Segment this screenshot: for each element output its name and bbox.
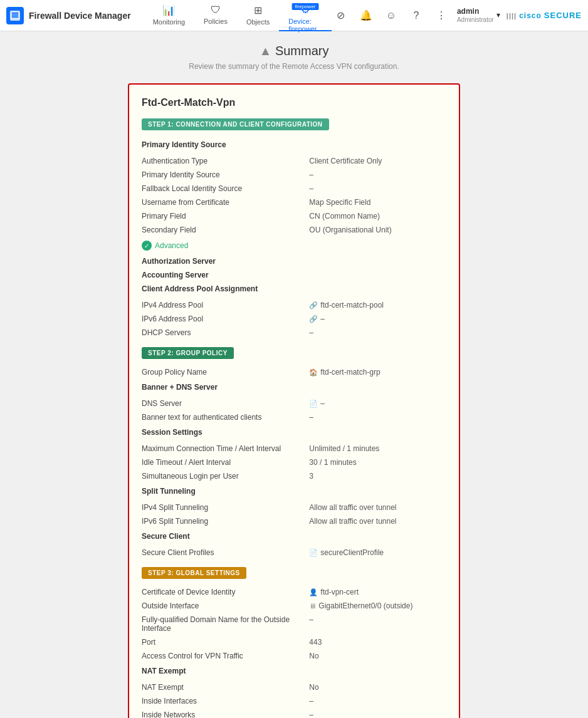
- access-ctrl-label: Access Control for VPN Traffic: [142, 652, 300, 660]
- app-logo: Firewall Device Manager: [6, 7, 131, 24]
- auth-type-value: Client Certificate Only: [309, 157, 446, 165]
- ipv6-split-value: Allow all traffic over tunnel: [309, 517, 446, 526]
- fqdn-value: –: [309, 615, 446, 624]
- auth-server-label: Authorization Server: [142, 257, 446, 266]
- secure-client-label: Secure Client: [142, 532, 446, 541]
- client-pool-label: Client Address Pool Assignment: [142, 284, 446, 293]
- page-title: ▲ Summary: [13, 44, 575, 58]
- dns-server-value: 📄 –: [309, 399, 446, 408]
- table-row: Access Control for VPN Traffic No: [142, 649, 446, 663]
- user-menu[interactable]: admin Administrator ▾: [457, 7, 500, 23]
- table-row: Primary Identity Source –: [142, 168, 446, 182]
- table-row: Authentication Type Client Certificate O…: [142, 154, 446, 168]
- ipv6-pool-value: 🔗 –: [309, 315, 446, 323]
- help-icon[interactable]: ?: [407, 6, 426, 25]
- cert-device-value: 👤 ftd-vpn-cert: [309, 588, 446, 596]
- svg-rect-2: [12, 13, 18, 14]
- home-icon: 🏠: [309, 368, 318, 377]
- user-circle-icon[interactable]: ☺: [382, 6, 401, 25]
- advanced-toggle[interactable]: ✓ Advanced: [142, 241, 446, 251]
- secure-profiles-label: Secure Client Profiles: [142, 548, 300, 557]
- table-row: Simultaneous Login per User 3: [142, 469, 446, 483]
- more-icon[interactable]: ⋮: [432, 6, 451, 25]
- port-label: Port: [142, 638, 300, 647]
- simul-login-label: Simultaneous Login per User: [142, 472, 300, 481]
- group-policy-value: 🏠 ftd-cert-match-grp: [309, 368, 446, 377]
- nav-right: ⊘ 🔔 ☺ ? ⋮ admin Administrator ▾ |||| cis…: [332, 6, 582, 25]
- access-ctrl-value: No: [309, 652, 446, 660]
- port-value: 443: [309, 638, 446, 647]
- nav-objects-label: Objects: [246, 18, 270, 26]
- dhcp-label: DHCP Servers: [142, 328, 300, 337]
- summary-card: Ftd-Cert-Match-Vpn STEP 1: CONNECTION AN…: [128, 83, 460, 718]
- user-role: Administrator: [457, 16, 494, 24]
- fqdn-label: Fully-qualified Domain Name for the Outs…: [142, 615, 300, 633]
- inside-ifaces-value: –: [309, 697, 446, 705]
- notification-icon[interactable]: 🔔: [357, 6, 375, 25]
- nav-monitoring-label: Monitoring: [153, 18, 185, 26]
- svg-rect-3: [12, 16, 18, 18]
- primary-id-label: Primary Identity Source: [142, 170, 300, 179]
- table-row: Secure Client Profiles 📄 secureClientPro…: [142, 546, 446, 559]
- outside-iface-value: 🖥 GigabitEthernet0/0 (outside): [309, 601, 446, 610]
- outside-iface-label: Outside Interface: [142, 601, 300, 610]
- inside-networks-label: Inside Networks: [142, 710, 300, 718]
- user-dropdown-icon: ▾: [496, 11, 500, 19]
- dhcp-value: –: [309, 328, 446, 337]
- idle-timeout-value: 30 / 1 minutes: [309, 458, 446, 467]
- table-row: IPv4 Address Pool 🔗 ftd-cert-match-pool: [142, 298, 446, 312]
- top-navigation: Firewall Device Manager 📊 Monitoring 🛡 P…: [0, 0, 588, 31]
- dns-server-label: DNS Server: [142, 399, 300, 408]
- link2-icon: 🔗: [309, 315, 318, 323]
- session-settings-label: Session Settings: [142, 428, 446, 437]
- group-policy-label: Group Policy Name: [142, 368, 300, 377]
- logo-icon: [6, 7, 24, 24]
- user-name: admin: [457, 7, 494, 16]
- terminal-icon[interactable]: ⊘: [332, 6, 350, 25]
- objects-icon: ⊞: [254, 4, 262, 16]
- inside-ifaces-label: Inside Interfaces: [142, 697, 300, 705]
- table-row: Fully-qualified Domain Name for the Outs…: [142, 613, 446, 635]
- fallback-label: Fallback Local Identity Source: [142, 184, 300, 193]
- table-row: Outside Interface 🖥 GigabitEthernet0/0 (…: [142, 599, 446, 613]
- ipv4-pool-label: IPv4 Address Pool: [142, 301, 300, 310]
- page-content: ▲ Summary Review the summary of the Remo…: [0, 31, 588, 718]
- nav-monitoring[interactable]: 📊 Monitoring: [144, 0, 194, 31]
- person-icon: 👤: [309, 588, 318, 596]
- nav-device[interactable]: firepower ⚙ Device: firepower: [279, 0, 332, 31]
- advanced-check-icon: ✓: [142, 241, 152, 251]
- cisco-brand: cisco: [519, 11, 542, 20]
- split-tunneling-label: Split Tunneling: [142, 487, 446, 496]
- doc2-icon: 📄: [309, 549, 318, 557]
- secondary-field-label: Secondary Field: [142, 226, 300, 234]
- ipv6-pool-label: IPv6 Address Pool: [142, 315, 300, 323]
- ipv6-split-label: IPv6 Split Tunneling: [142, 517, 300, 526]
- nav-items: 📊 Monitoring 🛡 Policies ⊞ Objects firepo…: [144, 0, 332, 31]
- nav-objects[interactable]: ⊞ Objects: [237, 0, 279, 31]
- table-row: Inside Interfaces –: [142, 694, 446, 708]
- cisco-secure: SECURE: [544, 11, 582, 20]
- table-row: DHCP Servers –: [142, 326, 446, 340]
- ipv4-split-label: IPv4 Split Tunneling: [142, 503, 300, 512]
- step3-banner: STEP 3: GLOBAL SETTINGS: [142, 567, 246, 579]
- card-title: Ftd-Cert-Match-Vpn: [142, 97, 446, 108]
- step1-section-label: Primary Identity Source: [142, 140, 446, 149]
- table-row: Idle Timeout / Alert Interval 30 / 1 min…: [142, 455, 446, 469]
- policies-icon: 🛡: [211, 4, 221, 16]
- table-row: Port 443: [142, 635, 446, 649]
- acct-server-label: Accounting Server: [142, 271, 446, 279]
- cert-device-label: Certificate of Device Identity: [142, 588, 300, 596]
- primary-id-value: –: [309, 170, 446, 179]
- table-row: NAT Exempt No: [142, 680, 446, 694]
- doc-icon: 📄: [309, 400, 318, 408]
- table-row: Fallback Local Identity Source –: [142, 182, 446, 195]
- table-row: Maximum Connection Time / Alert Interval…: [142, 442, 446, 455]
- link-icon: 🔗: [309, 301, 318, 310]
- step2-banner: STEP 2: GROUP POLICY: [142, 347, 234, 359]
- table-row: IPv4 Split Tunneling Allow all traffic o…: [142, 501, 446, 514]
- table-row: IPv6 Address Pool 🔗 –: [142, 312, 446, 326]
- advanced-label: Advanced: [155, 241, 188, 250]
- server-icon: 🖥: [309, 602, 316, 610]
- banner-text-label: Banner text for authenticated clients: [142, 413, 300, 422]
- nav-policies[interactable]: 🛡 Policies: [194, 0, 237, 31]
